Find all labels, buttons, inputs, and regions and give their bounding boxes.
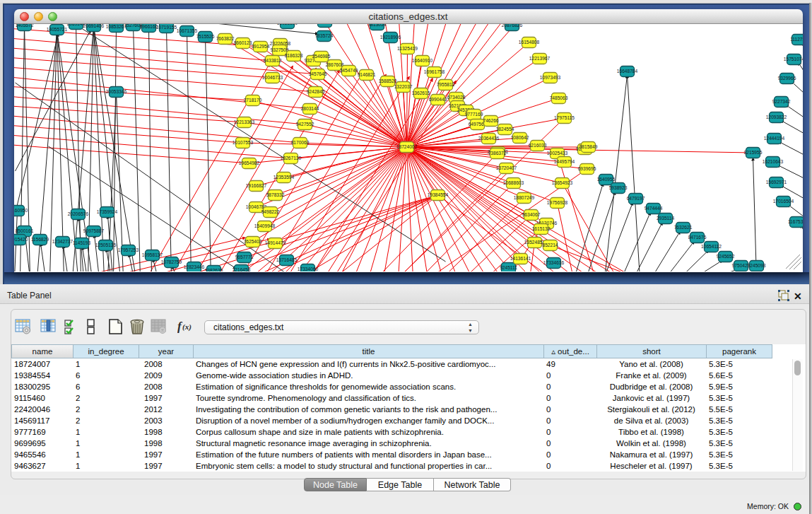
svg-text:1322037: 1322037	[394, 84, 412, 89]
svg-text:3912954: 3912954	[251, 44, 269, 49]
svg-text:6734028: 6734028	[447, 95, 465, 100]
svg-text:10782759: 10782759	[160, 259, 182, 264]
svg-text:17359924: 17359924	[96, 209, 117, 214]
svg-text:17975115: 17975115	[554, 115, 575, 120]
svg-text:7955812: 7955812	[436, 82, 454, 87]
svg-text:2867608: 2867608	[325, 62, 343, 67]
svg-text:12444194: 12444194	[763, 136, 784, 141]
svg-text:16640910: 16640910	[411, 58, 433, 63]
svg-text:5938923: 5938923	[608, 185, 627, 190]
svg-text:17016504: 17016504	[772, 199, 794, 204]
svg-text:6216033: 6216033	[528, 143, 546, 148]
svg-text:7663822: 7663822	[216, 36, 234, 41]
svg-text:14055721: 14055721	[46, 27, 67, 32]
svg-text:8433812: 8433812	[263, 58, 281, 63]
svg-text:8500161: 8500161	[15, 228, 33, 233]
svg-text:8170063: 8170063	[290, 140, 309, 145]
svg-text:1362615: 1362615	[411, 90, 430, 95]
svg-text:8186328: 8186328	[284, 53, 302, 58]
svg-text:2803144: 2803144	[300, 106, 319, 111]
svg-text:16961758: 16961758	[423, 69, 445, 74]
svg-text:15692971: 15692971	[765, 180, 787, 185]
svg-text:(x): (x)	[182, 322, 192, 332]
svg-text:9242845: 9242845	[306, 89, 324, 94]
svg-text:7386372: 7386372	[488, 151, 506, 156]
svg-text:10654112: 10654112	[701, 244, 722, 249]
svg-text:17334616: 17334616	[543, 260, 564, 265]
svg-text:1405572: 1405572	[15, 24, 33, 28]
svg-text:18807249: 18807249	[513, 195, 534, 200]
svg-text:12353594: 12353594	[273, 175, 294, 180]
svg-text:19166827: 19166827	[245, 183, 266, 188]
svg-text:20053346: 20053346	[105, 89, 126, 94]
svg-text:1640955: 1640955	[596, 177, 615, 182]
svg-text:16154808: 16154808	[518, 40, 539, 45]
svg-text:9815849: 9815849	[579, 144, 597, 149]
svg-text:11325419: 11325419	[397, 46, 418, 51]
svg-text:2069141: 2069141	[66, 24, 85, 26]
svg-text:10107553: 10107553	[232, 140, 253, 145]
svg-text:19756928: 19756928	[546, 200, 567, 205]
svg-text:9245652: 9245652	[716, 254, 734, 259]
svg-text:9227342: 9227342	[772, 99, 790, 104]
svg-text:7835724: 7835724	[314, 33, 333, 38]
svg-text:12342737: 12342737	[52, 239, 73, 244]
svg-text:16648784: 16648784	[616, 69, 637, 74]
svg-text:9427552: 9427552	[295, 122, 314, 127]
svg-text:12505135: 12505135	[95, 243, 116, 247]
svg-text:14495794: 14495794	[553, 159, 575, 164]
svg-text:7515526: 7515526	[196, 34, 214, 39]
svg-text:2718170: 2718170	[243, 98, 261, 103]
svg-text:1112753: 1112753	[790, 37, 803, 42]
svg-text:12213967: 12213967	[529, 56, 550, 61]
svg-text:746266: 746266	[483, 118, 498, 123]
svg-text:9777169: 9777169	[464, 112, 483, 117]
svg-text:10719155: 10719155	[155, 25, 177, 30]
svg-text:7625402: 7625402	[243, 239, 261, 244]
svg-text:7216458: 7216458	[232, 267, 250, 271]
svg-text:18267130: 18267130	[280, 156, 301, 160]
svg-text:6479197: 6479197	[626, 196, 645, 201]
svg-text:9329966: 9329966	[777, 76, 796, 81]
svg-text:1080642: 1080642	[510, 135, 529, 140]
svg-text:1588520: 1588520	[378, 78, 396, 83]
svg-text:2935114: 2935114	[656, 216, 674, 221]
svg-text:9498222: 9498222	[261, 209, 279, 214]
svg-text:1615132: 1615132	[531, 226, 550, 231]
svg-text:15751074: 15751074	[783, 57, 802, 62]
svg-text:6966160: 6966160	[139, 24, 158, 29]
svg-text:12823446: 12823446	[183, 264, 204, 269]
svg-text:10025433: 10025433	[546, 151, 567, 156]
svg-text:18724007: 18724007	[396, 144, 417, 149]
svg-text:9245098: 9245098	[747, 263, 765, 268]
svg-text:8471676: 8471676	[688, 235, 706, 240]
svg-text:9657771: 9657771	[235, 255, 253, 259]
svg-text:9382635: 9382635	[204, 268, 223, 271]
svg-text:3454749: 3454749	[339, 68, 358, 73]
svg-text:2546985: 2546985	[312, 54, 330, 59]
svg-text:8215955: 8215955	[743, 150, 762, 155]
svg-text:5878332: 5878332	[266, 192, 284, 197]
svg-text:6990443: 6990443	[428, 97, 447, 102]
svg-text:1156829: 1156829	[30, 237, 49, 242]
svg-text:852214: 852214	[542, 243, 558, 247]
svg-text:10973493: 10973493	[539, 75, 560, 80]
svg-text:17957253: 17957253	[117, 247, 139, 252]
svg-text:1145193: 1145193	[72, 240, 90, 245]
svg-text:19384554: 19384554	[427, 192, 448, 197]
svg-text:26160950: 26160950	[14, 208, 28, 213]
svg-text:8813054: 8813054	[367, 24, 386, 27]
svg-text:10671355: 10671355	[176, 28, 197, 33]
svg-text:19218906: 19218906	[379, 35, 401, 40]
svg-text:9146821: 9146821	[357, 72, 375, 77]
svg-text:10046733: 10046733	[261, 75, 283, 80]
svg-text:9327509: 9327509	[270, 47, 288, 52]
svg-text:16053809: 16053809	[276, 24, 298, 25]
svg-text:13654923: 13654923	[551, 180, 572, 185]
svg-text:9245111: 9245111	[500, 265, 517, 270]
svg-text:3824554: 3824554	[495, 127, 514, 132]
svg-text:3457645: 3457645	[308, 71, 326, 76]
svg-text:10688603: 10688603	[502, 180, 524, 185]
svg-text:13716485: 13716485	[276, 257, 297, 262]
svg-text:7485063: 7485063	[549, 95, 567, 100]
